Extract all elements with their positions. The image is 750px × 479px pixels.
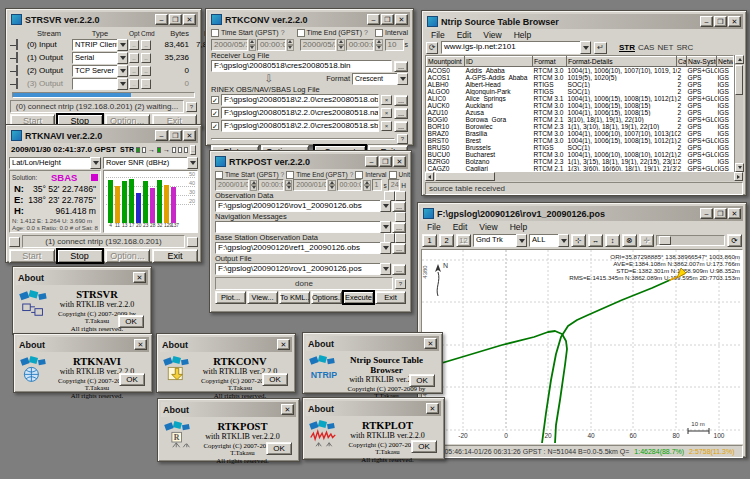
chevron-down-icon[interactable] [380,200,391,212]
monitor-button[interactable]: .. [190,145,196,155]
scroll-right-icon[interactable] [734,172,743,181]
stop-button[interactable]: Stop [57,249,103,263]
table-row[interactable]: CAGZ0CagliariRTCM 2.11(3), 3(60), 16(60)… [427,165,735,172]
tab-cas[interactable]: CAS [638,43,654,52]
fit-icon[interactable]: ⊹ [571,234,586,247]
interval-checkbox[interactable] [375,29,383,37]
about-titlebar[interactable]: About ✕ [306,401,441,416]
rtkconv-titlebar[interactable]: RTKCONV ver.2.2.0 – ❐ ✕ [209,12,410,27]
minimize-button[interactable]: – [700,208,713,219]
chevron-down-icon[interactable] [117,65,128,77]
connect-icon[interactable]: ↵ [594,42,607,54]
chevron-down-icon[interactable] [397,73,408,85]
column-header[interactable]: Mountpoint [427,57,465,67]
chevron-down-icon[interactable] [117,39,128,51]
tab-str[interactable]: STR [619,43,635,52]
close-button[interactable]: ✕ [183,130,196,141]
table-row[interactable]: BZRG0BolzanoRTCM 2.31(1), 3(15), 18(1), … [427,158,735,165]
table-row[interactable]: BOR10BorowiecRTCM 2.31(1), 3(10), 18(1),… [427,123,735,130]
strsvr-titlebar[interactable]: STRSVR ver.2.2.0 – ❐ ✕ [9,12,198,27]
time-icon[interactable] [384,233,395,243]
slider-thumb[interactable] [659,236,671,245]
browse-button[interactable]: ... [392,201,406,212]
time-start-checkbox[interactable] [215,171,223,179]
browse-button[interactable]: ... [394,121,408,132]
scroll-up-icon[interactable] [735,55,744,64]
obs-file-combo[interactable]: F:\gpslog\20090126\rov1_20090126.obs [215,200,391,212]
base-file-combo[interactable]: F:\gpslog\20090126\ref1_20090126.obs [215,242,391,254]
address-combo[interactable]: www.igs-ip.net:2101 [441,41,591,54]
close-button[interactable]: ✕ [277,339,290,350]
chevron-down-icon[interactable] [516,234,527,247]
tab-src[interactable]: SRC [676,43,693,52]
format-select[interactable]: Crescent [352,73,408,85]
erase-icon[interactable]: × [381,108,392,118]
chevron-down-icon[interactable] [380,263,391,275]
close-button[interactable]: ✕ [395,14,408,25]
close-button[interactable]: ✕ [281,404,294,415]
date-spinner[interactable] [249,39,256,51]
time-end-date-field[interactable]: 2000/01/01 [293,179,327,191]
time-end-time-field[interactable]: 00:00:00 [346,39,375,51]
time-start-date-field[interactable]: 2000/01/01 [215,179,249,191]
reload-icon[interactable]: ⟳ [426,42,438,54]
minimize-button[interactable]: – [155,130,168,141]
menu-help[interactable]: Help [508,30,537,40]
browse-button[interactable]: ... [392,222,406,233]
about-titlebar[interactable]: About ✕ [17,337,149,352]
horizontal-scrollbar[interactable] [425,172,743,181]
date-spinner[interactable] [328,180,335,191]
table-row[interactable]: ACOS1A-GPS-Addis_AbabaRTCM 3.01019(5), 1… [427,74,735,81]
rtknavi-titlebar[interactable]: RTKNAVI ver.2.2.0 – ❐ ✕ [9,128,198,143]
time-end-checkbox[interactable] [286,171,294,179]
stream-cmd-button[interactable]: .. [141,66,151,76]
close-button[interactable]: ✕ [134,339,147,350]
time-end-date-field[interactable]: 2000/05/20 [300,39,337,51]
maximize-button[interactable]: ❐ [714,16,727,27]
table-row[interactable]: AUCK0AucklandRTCM 3.01004(1), 1006(15), … [427,102,735,109]
scroll-left-icon[interactable] [425,172,434,181]
unit-field[interactable]: 24 [388,179,401,191]
maximize-button[interactable]: ❐ [169,130,182,141]
table-row[interactable]: ALGO0Algonquin-ParkRTIGSSOC(1)2GPSIGS [427,88,735,95]
close-button[interactable]: ✕ [728,16,741,27]
exit-button[interactable]: Exit [152,249,198,263]
snr-mode-select[interactable]: Rover SNR (dBHz) [103,157,198,169]
fit-vertical-icon[interactable]: ↕ [605,234,620,247]
time-icon[interactable] [384,191,395,201]
column-header[interactable]: Format-Details [567,57,677,67]
time-spinner[interactable] [363,180,370,191]
tab-net[interactable]: NET [657,43,673,52]
clear-icon[interactable]: ⊗ [622,234,637,247]
nav-file-combo[interactable] [215,221,391,233]
time-end-time-field[interactable]: 00:00:00 [337,179,363,191]
close-button[interactable]: ✕ [426,403,439,414]
minimize-button[interactable]: – [367,14,380,25]
expand-icon[interactable] [395,191,406,201]
interval-field[interactable]: 10 [385,39,404,51]
menu-view[interactable]: View [473,222,503,232]
browse-button[interactable]: ... [394,95,408,106]
close-button[interactable]: ✕ [183,14,196,25]
display-mode-select[interactable]: Lat/Lon/Height [9,157,101,169]
ok-button[interactable]: OK [409,374,435,387]
browse-button[interactable]: ... [394,61,408,72]
about-titlebar[interactable]: About ✕ [16,270,148,285]
expand-icon[interactable] [395,233,406,243]
erase-icon[interactable]: × [381,121,392,131]
stream-cmd-button[interactable]: .. [141,53,151,63]
time-start-time-field[interactable]: 00:00:00 [257,39,286,51]
rtkplot-titlebar[interactable]: F:\gpslog\20090126\rov1_20090126.pos – ❐… [421,206,743,221]
rinex-sbs-field[interactable]: F:\gpslog\20080518\2.2.0\cres20080518.sb… [221,120,379,132]
menu-help[interactable]: Help [504,222,533,232]
vertical-scrollbar[interactable] [734,55,743,172]
options-button[interactable]: Options... [311,291,342,304]
table-row[interactable]: BOGI0Borowa_GoraRTCM 2.13(10), 18(1), 19… [427,116,735,123]
table-row[interactable]: ALBH0Albert-HeadRTIGSSOC(1)2GPSIGS [427,81,735,88]
close-button[interactable]: ✕ [728,208,741,219]
close-button[interactable]: ✕ [393,156,406,167]
column-header[interactable]: Format [533,57,567,67]
menu-edit[interactable]: Edit [447,222,474,232]
plot-button[interactable]: Plot... [215,291,246,304]
fit-horizontal-icon[interactable]: ↔ [588,234,603,247]
